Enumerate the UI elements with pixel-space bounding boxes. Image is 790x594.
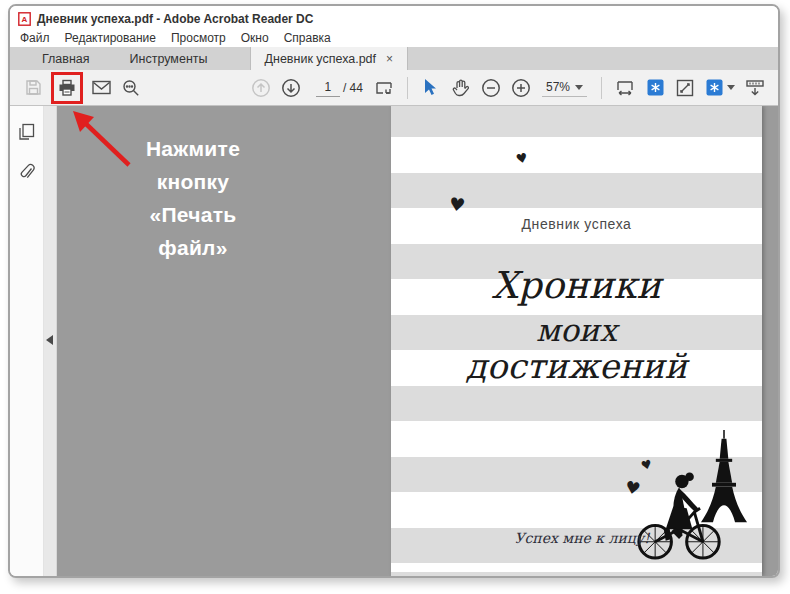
toolbar-separator — [407, 77, 408, 99]
tab-close-icon[interactable]: × — [386, 53, 393, 65]
paperclip-icon[interactable] — [15, 160, 39, 184]
next-page-icon[interactable] — [278, 75, 304, 101]
menu-edit[interactable]: Редактирование — [65, 31, 156, 45]
select-cursor-icon[interactable] — [418, 75, 444, 101]
heart-icon: ♥ — [515, 151, 529, 166]
navigation-pane — [10, 106, 44, 576]
tab-home-label: Главная — [42, 52, 90, 66]
window-title: Дневник успеха.pdf - Adobe Acrobat Reade… — [37, 12, 313, 26]
fullscreen-icon[interactable] — [672, 75, 698, 101]
tab-home[interactable]: Главная — [22, 47, 110, 70]
fit-width-icon[interactable] — [612, 75, 638, 101]
menu-window[interactable]: Окно — [241, 31, 269, 45]
menu-file[interactable]: Файл — [20, 31, 50, 45]
annotation-line: кнопку — [109, 165, 277, 198]
girl-on-bicycle-silhouette — [637, 468, 723, 562]
tab-bar: Главная Инструменты Дневник успеха.pdf × — [10, 47, 778, 70]
svg-text:A: A — [22, 15, 28, 24]
tab-document-label: Дневник успеха.pdf — [265, 52, 377, 66]
content-area: Нажмите кнопку «Печать файл» ♥ ♥ Дневник… — [10, 106, 778, 576]
page-number-input[interactable] — [316, 79, 340, 97]
pdf-page: ♥ ♥ Дневник успеха Хроники моих достижен… — [391, 106, 762, 576]
zoom-in-icon[interactable] — [508, 75, 534, 101]
tab-tools[interactable]: Инструменты — [110, 47, 228, 70]
title-bar: A Дневник успеха.pdf - Adobe Acrobat Rea… — [10, 6, 778, 28]
print-icon[interactable] — [54, 75, 80, 101]
annotation-line: Нажмите — [109, 132, 277, 165]
hand-tool-icon[interactable] — [448, 75, 474, 101]
script-line: моих — [391, 312, 762, 348]
chevron-down-icon — [575, 85, 583, 90]
page-thumbnails-icon[interactable] — [15, 120, 39, 144]
menu-view[interactable]: Просмотр — [171, 31, 226, 45]
save-icon[interactable] — [20, 75, 46, 101]
menu-help[interactable]: Справка — [284, 31, 331, 45]
page-tool-dropdown-icon[interactable] — [702, 75, 738, 101]
tab-tools-label: Инструменты — [130, 52, 208, 66]
page-caption: Успех мне к лицу! — [487, 530, 677, 546]
annotation-line: «Печать — [109, 198, 277, 231]
page-total-label: / 44 — [343, 81, 363, 95]
toolbar-separator — [601, 77, 602, 99]
zoom-out-icon[interactable] — [478, 75, 504, 101]
page-tool-icon[interactable] — [642, 75, 668, 101]
collapse-toolbar-icon[interactable] — [742, 75, 768, 101]
adobe-pdf-icon: A — [18, 12, 31, 26]
collapse-pane-icon[interactable] — [46, 335, 53, 345]
print-button-highlight — [51, 72, 83, 104]
tab-document[interactable]: Дневник успеха.pdf × — [250, 47, 409, 70]
chevron-down-icon — [727, 85, 735, 90]
menu-bar: Файл Редактирование Просмотр Окно Справк… — [10, 28, 778, 47]
email-icon[interactable] — [88, 75, 114, 101]
page-scrolling-icon[interactable] — [371, 75, 397, 101]
script-line: достижений — [391, 346, 762, 386]
previous-page-icon[interactable] — [248, 75, 274, 101]
zoom-level-value: 57% — [546, 80, 570, 94]
pane-splitter[interactable] — [44, 106, 57, 576]
search-icon[interactable] — [118, 75, 144, 101]
acrobat-window: A Дневник успеха.pdf - Adobe Acrobat Rea… — [8, 4, 780, 578]
page-heading: Дневник успеха — [391, 216, 762, 232]
document-viewport[interactable]: Нажмите кнопку «Печать файл» ♥ ♥ Дневник… — [57, 106, 778, 576]
script-line: Хроники — [391, 264, 762, 307]
heart-icon: ♥ — [448, 195, 466, 215]
annotation-callout: Нажмите кнопку «Печать файл» — [109, 132, 277, 264]
annotation-line: файл» — [109, 231, 277, 264]
main-toolbar: / 44 57% — [10, 70, 778, 106]
zoom-level-dropdown[interactable]: 57% — [542, 78, 587, 97]
